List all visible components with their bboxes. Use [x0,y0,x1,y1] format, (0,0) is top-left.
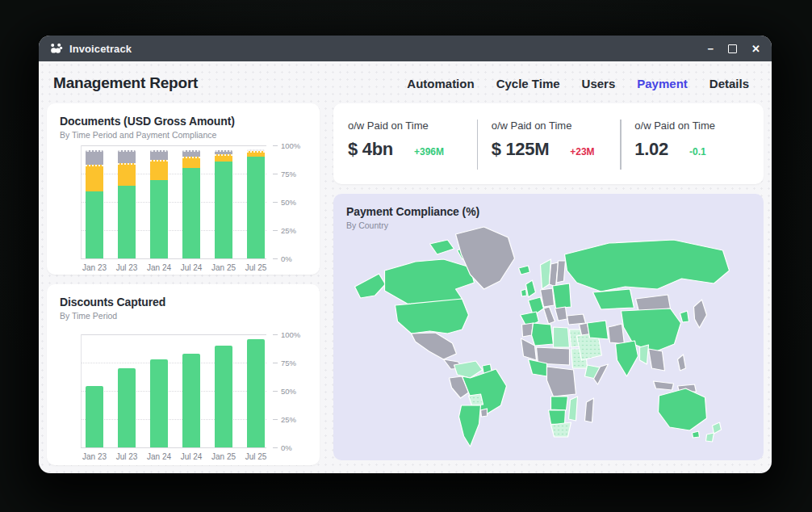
y-axis-line [81,145,82,258]
page-title: Management Report [53,74,198,92]
map-title: Payment Compliance (%) [346,205,479,218]
gridline [81,258,266,259]
world-map [333,194,764,460]
gridline [81,334,266,335]
maximize-icon[interactable] [728,44,737,53]
minimize-icon[interactable]: − [708,44,714,54]
y-axis-label: 25% [273,226,296,235]
tab-details[interactable]: Details [709,77,749,90]
map-region-mexico [412,333,457,359]
map-region-tasmania [693,431,700,438]
kpi-1: o/w Paid on Time$ 125M+23M [477,103,621,184]
map-region-balkans [555,307,567,321]
kpi-label: o/w Paid on Time [492,120,621,132]
x-axis-label: Jan 24 [143,452,175,461]
kpi-value: $ 125M [492,139,550,160]
close-icon[interactable]: ✕ [751,44,760,54]
bar-segment-green [118,368,136,447]
tab-users[interactable]: Users [582,77,616,90]
map-region-myanmar [640,345,649,364]
bar-segment-gray [182,150,200,157]
bar-jan-24 [150,359,168,447]
gridline [81,202,266,203]
y-axis-label: 100% [273,141,300,150]
map-region-madagascar [585,398,594,422]
y-axis-label: 100% [273,330,300,339]
gridline [81,419,266,420]
y-axis-label: 75% [273,359,296,367]
bar-segment-green [247,339,265,447]
x-axis-label: Jul 23 [111,452,143,461]
tab-cycle-time[interactable]: Cycle Time [496,77,560,90]
bar-segment-gray [86,150,103,165]
bar-segment-green [182,168,200,258]
bar-jan-25 [215,150,232,258]
kpi-delta: -0.1 [689,146,706,157]
map-region-algeria [532,323,554,346]
tab-automation[interactable]: Automation [407,77,474,90]
gridline [81,447,266,448]
map-card: Payment Compliance (%) By Country [333,194,764,460]
kpi-label: o/w Paid on Time [348,120,477,132]
map-region-uk [526,280,536,297]
map-region-arctic1 [430,240,454,254]
x-axis-label: Jan 24 [143,263,175,272]
gridline [81,391,266,392]
y-axis-label: 25% [273,415,296,424]
bar-segment-green [247,157,265,258]
content-area: Management Report AutomationCycle TimeUs… [39,61,772,473]
x-axis-label: Jul 23 [111,263,143,272]
map-region-se_asia [649,349,665,371]
y-axis-label: 0% [273,254,292,263]
gridline [81,363,266,363]
app-title: Invoicetrack [69,43,132,55]
kpi-2: o/w Paid on Time1.02-0.1 [620,103,764,184]
map-region-iran [588,321,609,339]
map-region-korea [680,311,689,322]
map-region-nz_south [706,433,714,442]
bar-jan-24 [150,150,168,258]
kpi-card: o/w Paid on Time$ 4bn+396Mo/w Paid on Ti… [333,103,764,184]
map-region-australia [659,388,707,430]
bar-segment-green [215,346,232,447]
bar-segment-green [150,359,168,447]
bar-segment-amber [247,151,265,157]
kpi-value: 1.02 [634,139,668,160]
x-axis-label: Jul 25 [240,452,272,461]
map-region-ireland [521,289,527,296]
chart-title: Documents (USD Gross Amount) [47,103,320,128]
map-region-angola [551,397,568,410]
bar-segment-green [86,386,103,447]
bar-jul-24 [182,354,200,447]
tab-payment[interactable]: Payment [637,77,688,90]
y-axis-label: 50% [273,198,296,207]
gridline [81,145,266,146]
map-region-russia [565,240,730,292]
map-region-philippines [678,355,686,371]
map-region-namibia_botswana [549,410,566,425]
bar-segment-amber [86,165,103,192]
bar-jul-25 [247,149,265,258]
y-axis-line [81,334,82,447]
discounts-chart-card: Discounts Captured By Time Period 0%25%5… [47,284,320,465]
map-region-iceland [519,266,530,275]
map-region-kazakhstan [593,289,634,309]
map-region-turkey [567,314,586,325]
bar-segment-gray [150,150,168,161]
bar-segment-amber [215,154,232,161]
bar-segment-gray [118,150,136,164]
bar-jan-23 [86,386,103,447]
map-region-india [616,341,638,376]
x-axis-label: Jan 23 [78,263,111,272]
map-region-indonesia1 [654,381,674,390]
bar-segment-green [86,191,103,258]
bar-jul-23 [118,368,136,447]
map-region-usa [396,299,469,334]
x-axis-label: Jul 25 [240,263,272,272]
y-axis-label: 75% [273,170,296,178]
map-region-alaska [355,274,386,298]
y-axis-label: 0% [273,443,292,452]
kpi-delta: +396M [414,146,444,157]
map-region-finland [557,261,566,283]
documents-chart-plot: 0%25%50%75%100%Jan 23Jul 23Jan 24Jul 24J… [81,145,266,258]
